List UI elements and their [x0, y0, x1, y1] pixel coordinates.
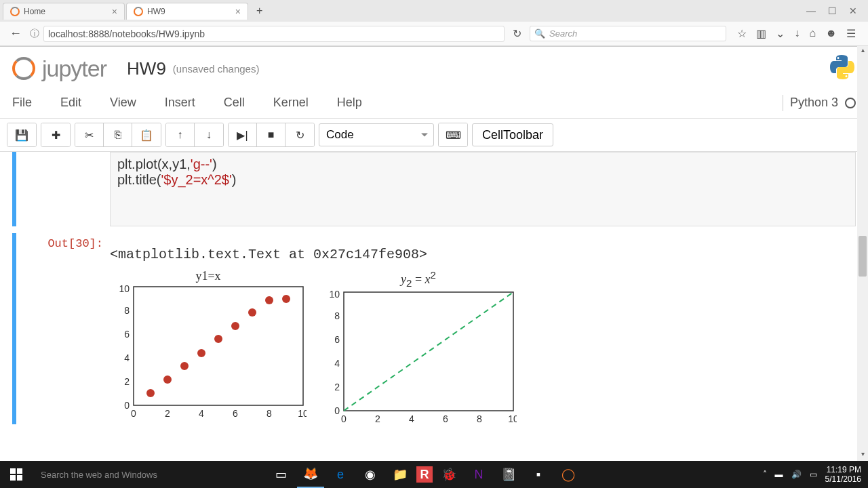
plot-y2x2: y2 = x2 024 6810 024 6810 [320, 269, 517, 424]
app-r-icon[interactable]: R [416, 466, 433, 483]
app-icon[interactable]: 🐞 [435, 461, 462, 488]
window-controls: — ☐ ✕ [806, 5, 865, 16]
output-cell: Out[30]: <matplotlib.text.Text at 0x27c1… [12, 233, 856, 424]
browser-chrome: Home × HW9 × + — ☐ ✕ ← ⓘ localhost:8888/… [0, 0, 868, 47]
new-tab-button[interactable]: + [250, 2, 269, 20]
tab-title: Home [24, 7, 45, 16]
terminal-icon[interactable]: ▪ [525, 461, 552, 488]
scroll-thumb[interactable] [859, 236, 867, 277]
app-icon[interactable]: 📓 [495, 461, 522, 488]
minimize-button[interactable]: — [806, 5, 816, 16]
firefox-icon[interactable]: 🦊 [297, 461, 324, 488]
menu-file[interactable]: File [12, 92, 48, 114]
add-cell-button[interactable]: ✚ [41, 123, 70, 146]
cell-select-bar [12, 233, 16, 424]
time: 11:19 PM [825, 465, 861, 474]
start-button[interactable] [0, 461, 33, 488]
menu-cell[interactable]: Cell [224, 92, 261, 114]
info-icon[interactable]: ⓘ [30, 28, 39, 40]
run-button[interactable]: ▶| [229, 123, 257, 146]
menu-insert[interactable]: Insert [165, 92, 212, 114]
clock[interactable]: 11:19 PM 5/11/2016 [825, 465, 861, 485]
plot-title: y1=x [110, 269, 307, 283]
kernel-name: Python 3 [790, 96, 838, 110]
scroll-down-icon[interactable]: ▾ [857, 450, 868, 461]
chrome-icon[interactable]: ◉ [357, 461, 384, 488]
maximize-button[interactable]: ☐ [828, 5, 837, 16]
svg-point-15 [180, 362, 189, 370]
taskbar-search[interactable]: Search the web and Windows [33, 470, 263, 480]
celltoolbar-button[interactable]: CellToolbar [472, 123, 553, 146]
tray-chevron-icon[interactable]: ˄ [763, 470, 767, 479]
explorer-icon[interactable]: 📁 [387, 461, 414, 488]
command-palette-button[interactable]: ⌨ [439, 123, 467, 146]
volume-icon[interactable]: 🔊 [791, 470, 802, 479]
output-text: <matplotlib.text.Text at 0x27c147fe908> [110, 233, 856, 269]
back-button[interactable]: ← [5, 26, 26, 41]
library-icon[interactable]: ▥ [756, 27, 766, 40]
code-editor[interactable]: plt.plot(x,y1,'g--') plt.title('$y_2=x^2… [110, 152, 856, 226]
svg-text:4: 4 [409, 413, 414, 424]
paste-button[interactable]: 📋 [132, 123, 161, 146]
menu-kernel[interactable]: Kernel [273, 92, 325, 114]
url-input[interactable]: localhost:8888/notebooks/HW9.ipynb [43, 26, 505, 42]
search-icon: 🔍 [534, 28, 545, 39]
menu-view[interactable]: View [110, 92, 153, 114]
plot-title: y2 = x2 [320, 269, 517, 289]
jupyter-logo-icon [12, 57, 35, 80]
jupyter-icon[interactable]: ◯ [555, 461, 582, 488]
celltype-value: Code [326, 128, 354, 142]
stop-button[interactable]: ■ [257, 123, 285, 146]
jupyter-logo[interactable]: jupyter [12, 56, 106, 82]
python-logo-icon [829, 54, 856, 83]
close-icon[interactable]: × [112, 6, 117, 17]
jupyter-favicon [10, 7, 20, 16]
save-button[interactable]: 💾 [7, 123, 36, 146]
svg-text:10: 10 [119, 283, 130, 294]
svg-point-21 [282, 295, 290, 303]
pocket-icon[interactable]: ⌄ [776, 27, 785, 40]
search-placeholder: Search [549, 28, 577, 39]
svg-text:8: 8 [334, 310, 340, 321]
copy-button[interactable]: ⎘ [104, 123, 132, 146]
svg-point-19 [248, 308, 256, 317]
reload-button[interactable]: ↻ [509, 27, 526, 40]
menu-help[interactable]: Help [337, 92, 378, 114]
downloads-icon[interactable]: ↓ [794, 27, 800, 40]
home-icon[interactable]: ⌂ [809, 27, 816, 40]
jupyter-favicon [134, 7, 143, 16]
close-icon[interactable]: × [235, 6, 241, 17]
code-cell[interactable]: plt.plot(x,y1,'g--') plt.title('$y_2=x^2… [12, 152, 856, 226]
svg-text:10: 10 [298, 408, 307, 419]
battery-icon[interactable]: ▬ [775, 470, 783, 479]
svg-text:2: 2 [375, 413, 380, 424]
restart-button[interactable]: ↻ [285, 123, 314, 146]
svg-point-13 [146, 389, 155, 397]
bookmark-icon[interactable]: ☆ [737, 27, 747, 40]
scroll-up-icon[interactable]: ▴ [857, 46, 868, 57]
svg-text:4: 4 [124, 352, 130, 363]
menu-edit[interactable]: Edit [60, 92, 98, 114]
move-up-button[interactable]: ↑ [166, 123, 195, 146]
browser-tab-home[interactable]: Home × [3, 3, 125, 20]
edge-icon[interactable]: e [327, 461, 354, 488]
svg-text:6: 6 [233, 408, 238, 419]
move-down-button[interactable]: ↓ [195, 123, 223, 146]
onenote-icon[interactable]: N [465, 461, 492, 488]
svg-text:0: 0 [341, 413, 347, 424]
svg-text:2: 2 [334, 382, 340, 392]
menu-icon[interactable]: ☰ [846, 27, 856, 40]
celltype-select[interactable]: Code [319, 123, 434, 146]
account-icon[interactable]: ☻ [825, 27, 837, 40]
notebook-name[interactable]: HW9 [127, 58, 166, 79]
svg-line-35 [344, 292, 513, 411]
vertical-scrollbar[interactable]: ▴ ▾ [857, 46, 868, 461]
task-view-icon[interactable]: ▭ [267, 461, 294, 488]
tab-bar: Home × HW9 × + — ☐ ✕ [0, 0, 868, 22]
browser-tab-hw9[interactable]: HW9 × [126, 3, 248, 20]
network-icon[interactable]: ▭ [810, 470, 817, 479]
close-button[interactable]: ✕ [849, 5, 857, 16]
search-input[interactable]: 🔍 Search [530, 26, 726, 41]
system-tray: ˄ ▬ 🔊 ▭ 11:19 PM 5/11/2016 [763, 465, 868, 485]
cut-button[interactable]: ✂ [75, 123, 104, 146]
